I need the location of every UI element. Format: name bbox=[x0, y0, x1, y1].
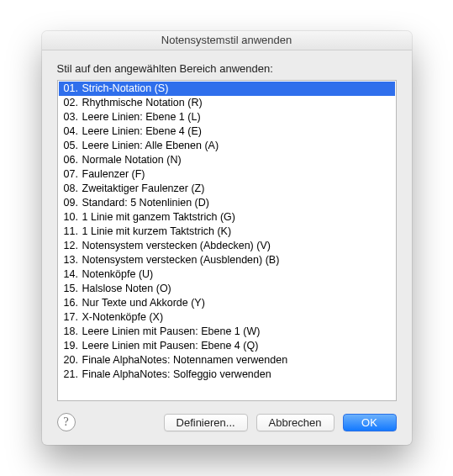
list-item-number: 20. bbox=[64, 353, 82, 368]
list-item-label: Notensystem verstecken (Abdecken) (V) bbox=[82, 240, 271, 251]
list-item[interactable]: 16.Nur Texte und Akkorde (Y) bbox=[59, 296, 395, 310]
dialog-footer: ? Definieren... Abbrechen OK bbox=[57, 413, 397, 431]
list-item-label: Nur Texte und Akkorde (Y) bbox=[82, 297, 205, 309]
list-item-label: Leere Linien: Alle Ebenen (A) bbox=[82, 140, 219, 151]
list-item-number: 17. bbox=[64, 310, 82, 325]
list-item-label: Normale Notation (N) bbox=[82, 154, 182, 166]
dialog-window: Notensystemstil anwenden Stil auf den an… bbox=[42, 31, 412, 445]
list-item[interactable]: 01.Strich-Notation (S) bbox=[59, 82, 395, 96]
list-item-number: 13. bbox=[64, 253, 82, 267]
list-item-number: 08. bbox=[64, 182, 82, 196]
list-item[interactable]: 13.Notensystem verstecken (Ausblenden) (… bbox=[59, 253, 395, 267]
list-item-number: 04. bbox=[64, 124, 82, 139]
define-button[interactable]: Definieren... bbox=[164, 414, 248, 431]
list-item-label: Zweitaktiger Faulenzer (Z) bbox=[82, 182, 205, 194]
list-item-number: 16. bbox=[64, 296, 82, 310]
list-item-label: Rhythmische Notation (R) bbox=[82, 97, 203, 108]
list-item-label: 1 Linie mit ganzem Taktstrich (G) bbox=[82, 211, 235, 223]
prompt-label: Stil auf den angewählten Bereich anwende… bbox=[57, 62, 397, 75]
list-item-number: 21. bbox=[64, 368, 82, 382]
list-item-number: 07. bbox=[64, 167, 82, 182]
list-item-number: 02. bbox=[64, 96, 82, 110]
list-item-label: Notenköpfe (U) bbox=[82, 268, 154, 280]
cancel-button[interactable]: Abbrechen bbox=[256, 414, 334, 431]
dialog-content: Stil auf den angewählten Bereich anwende… bbox=[42, 50, 412, 445]
list-item-number: 03. bbox=[64, 110, 82, 124]
list-item-label: Standard: 5 Notenlinien (D) bbox=[82, 197, 209, 209]
list-item-number: 11. bbox=[64, 225, 82, 239]
list-item[interactable]: 21.Finale AlphaNotes: Solfeggio verwende… bbox=[59, 368, 395, 382]
list-item[interactable]: 12.Notensystem verstecken (Abdecken) (V) bbox=[59, 239, 395, 253]
list-item[interactable]: 11.1 Linie mit kurzem Taktstrich (K) bbox=[59, 225, 395, 239]
list-item-number: 09. bbox=[64, 196, 82, 210]
list-item-number: 01. bbox=[64, 82, 82, 96]
list-item[interactable]: 03.Leere Linien: Ebene 1 (L) bbox=[59, 110, 395, 124]
list-item[interactable]: 02.Rhythmische Notation (R) bbox=[59, 96, 395, 110]
list-item[interactable]: 20.Finale AlphaNotes: Notennamen verwend… bbox=[59, 353, 395, 368]
list-item-label: Leere Linien: Ebene 1 (L) bbox=[82, 111, 201, 123]
list-item[interactable]: 19.Leere Linien mit Pausen: Ebene 4 (Q) bbox=[59, 339, 395, 353]
list-item-number: 18. bbox=[64, 325, 82, 339]
list-item-label: X-Notenköpfe (X) bbox=[82, 311, 164, 323]
list-item-number: 19. bbox=[64, 339, 82, 353]
list-item[interactable]: 17.X-Notenköpfe (X) bbox=[59, 310, 395, 325]
list-item[interactable]: 05.Leere Linien: Alle Ebenen (A) bbox=[59, 139, 395, 153]
list-item-label: Leere Linien mit Pausen: Ebene 1 (W) bbox=[82, 325, 261, 337]
list-item[interactable]: 18.Leere Linien mit Pausen: Ebene 1 (W) bbox=[59, 325, 395, 339]
list-item-label: Notensystem verstecken (Ausblenden) (B) bbox=[82, 254, 280, 266]
list-item[interactable]: 08.Zweitaktiger Faulenzer (Z) bbox=[59, 182, 395, 196]
list-item-number: 06. bbox=[64, 153, 82, 167]
list-item-label: Finale AlphaNotes: Solfeggio verwenden bbox=[82, 368, 271, 380]
list-item[interactable]: 15.Halslose Noten (O) bbox=[59, 282, 395, 296]
list-item-number: 14. bbox=[64, 267, 82, 282]
list-item-label: Strich-Notation (S) bbox=[82, 82, 169, 94]
list-item-label: Halslose Noten (O) bbox=[82, 283, 171, 294]
list-item[interactable]: 10.1 Linie mit ganzem Taktstrich (G) bbox=[59, 210, 395, 225]
list-item[interactable]: 07.Faulenzer (F) bbox=[59, 167, 395, 182]
ok-button[interactable]: OK bbox=[343, 414, 397, 431]
style-listbox[interactable]: 01.Strich-Notation (S)02.Rhythmische Not… bbox=[57, 80, 397, 401]
list-item-label: Leere Linien mit Pausen: Ebene 4 (Q) bbox=[82, 340, 259, 352]
list-item-label: 1 Linie mit kurzem Taktstrich (K) bbox=[82, 225, 232, 237]
list-item-number: 15. bbox=[64, 282, 82, 296]
list-item-number: 05. bbox=[64, 139, 82, 153]
help-button[interactable]: ? bbox=[57, 413, 76, 431]
list-item-label: Finale AlphaNotes: Notennamen verwenden bbox=[82, 354, 288, 366]
list-item-number: 10. bbox=[64, 210, 82, 225]
list-item[interactable]: 09.Standard: 5 Notenlinien (D) bbox=[59, 196, 395, 210]
list-item[interactable]: 14.Notenköpfe (U) bbox=[59, 267, 395, 282]
list-item[interactable]: 06.Normale Notation (N) bbox=[59, 153, 395, 167]
window-title: Notensystemstil anwenden bbox=[42, 31, 412, 50]
list-item-number: 12. bbox=[64, 239, 82, 253]
list-item-label: Leere Linien: Ebene 4 (E) bbox=[82, 125, 202, 137]
list-item-label: Faulenzer (F) bbox=[82, 168, 145, 180]
list-item[interactable]: 04.Leere Linien: Ebene 4 (E) bbox=[59, 124, 395, 139]
